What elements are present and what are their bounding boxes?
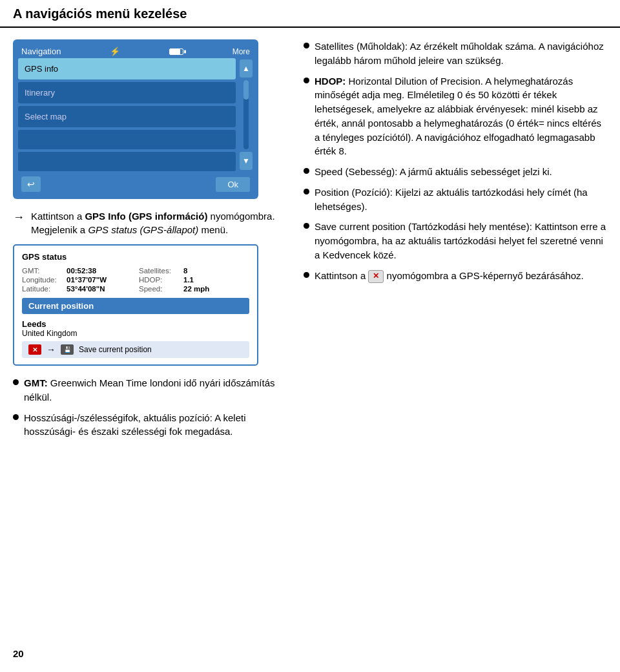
arrow-intro-block: → Kattintson a GPS Info (GPS információ)… <box>13 209 291 236</box>
nav-menu-item-selectmap[interactable]: Select map <box>18 106 236 127</box>
nav-device: Navigation ⚡ More GPS info Itinerary Sel… <box>13 39 258 199</box>
latitude-label: Latitude: <box>22 285 64 293</box>
hdop-bold: HDOP: <box>315 76 346 87</box>
left-column: Navigation ⚡ More GPS info Itinerary Sel… <box>13 39 291 445</box>
nav-menu-item-gps[interactable]: GPS info <box>18 58 236 79</box>
gmt-bold: GMT: <box>24 377 48 388</box>
longitude-label: Longitude: <box>22 276 64 284</box>
arrow-intro-line2: Megjelenik a GPS status (GPS-állapot) me… <box>31 223 275 236</box>
save-position-label: Save current position <box>79 345 152 354</box>
position-country: United Kingdom <box>22 329 249 338</box>
bullet-dot <box>304 168 309 174</box>
scroll-up-button[interactable]: ▲ <box>240 59 253 78</box>
save-arrow-icon: → <box>46 344 56 355</box>
battery-fill <box>170 49 180 54</box>
bullet-dot <box>304 189 309 194</box>
nav-back-button[interactable]: ↩ <box>21 176 41 192</box>
gps-info-bold: GPS Info (GPS információ) <box>85 211 207 222</box>
speed-label: Speed: <box>139 285 181 293</box>
gmt-value: 00:52:38 <box>67 267 96 275</box>
hdop-bullet-text: HDOP: Horizontal Dilution of Precision. … <box>315 74 607 159</box>
latitude-value: 53°44'08"N <box>67 285 105 293</box>
scroll-track <box>243 80 249 149</box>
page-number: 20 <box>13 648 24 659</box>
latitude-row: Latitude: 53°44'08"N <box>22 285 132 293</box>
list-item: Save current position (Tartózkodási hely… <box>304 220 607 262</box>
left-bullet-list: GMT: Greenwich Mean Time londoni idő nyá… <box>13 376 291 439</box>
save-current-bullet-text: Save current position (Tartózkodási hely… <box>315 220 607 262</box>
bullet-dot <box>304 223 309 229</box>
speed-row: Speed: 22 mph <box>139 285 249 293</box>
gps-status-italic: GPS status (GPS-állapot) <box>88 224 198 235</box>
save-disk-icon: 💾 <box>61 344 74 355</box>
nav-menu-item-empty2 <box>18 152 236 171</box>
list-item: Speed (Sebesség): A jármű aktuális sebes… <box>304 165 607 179</box>
satellites-label: Satellites: <box>139 267 181 275</box>
gmt-label: GMT: <box>22 267 64 275</box>
gps-status-title: GPS status <box>22 252 249 262</box>
nav-device-body: GPS info Itinerary Select map ▲ ▼ <box>18 58 253 171</box>
speed-bullet-text: Speed (Sebesség): A jármű aktuális sebes… <box>315 165 552 179</box>
nav-device-title: Navigation <box>21 47 61 56</box>
bullet-dot <box>13 414 19 420</box>
lightning-icon: ⚡ <box>110 47 120 56</box>
longitude-value: 01°37'07"W <box>67 276 107 284</box>
page-header: A navigációs menü kezelése <box>0 0 620 28</box>
hdop-row: HDOP: 1.1 <box>139 276 249 284</box>
gmt-row: GMT: 00:52:38 <box>22 267 132 275</box>
scroll-thumb <box>243 80 249 100</box>
position-city: Leeds <box>22 319 249 329</box>
list-item: Satellites (Műholdak): Az érzékelt műhol… <box>304 39 607 68</box>
list-item: Position (Pozíció): Kijelzi az aktuális … <box>304 185 607 214</box>
content-area: Navigation ⚡ More GPS info Itinerary Sel… <box>0 39 620 445</box>
list-item: GMT: Greenwich Mean Time londoni idő nyá… <box>13 376 291 404</box>
nav-scrollbar: ▲ ▼ <box>239 58 253 171</box>
nav-more-label: More <box>232 47 250 56</box>
gps-status-grid: GMT: 00:52:38 Satellites: 8 Longitude: 0… <box>22 267 249 293</box>
gmt-bullet-text: GMT: Greenwich Mean Time londoni idő nyá… <box>24 376 291 404</box>
bullet-dot <box>304 78 309 83</box>
right-column: Satellites (Műholdak): Az érzékelt műhol… <box>304 39 607 445</box>
nav-ok-button[interactable]: Ok <box>216 177 250 192</box>
current-position-bar: Current position <box>22 298 249 314</box>
list-item: HDOP: Horizontal Dilution of Precision. … <box>304 74 607 159</box>
nav-menu-item-itinerary[interactable]: Itinerary <box>18 82 236 103</box>
position-location: Leeds United Kingdom <box>22 319 249 338</box>
scroll-down-button[interactable]: ▼ <box>240 152 253 170</box>
bullet-dot <box>304 272 309 278</box>
satellites-value: 8 <box>183 267 187 275</box>
x-button[interactable]: ✕ <box>368 270 384 283</box>
arrow-symbol: → <box>13 211 25 224</box>
close-gps-bullet-text: Kattintson a ✕ nyomógombra a GPS-képerny… <box>315 269 584 283</box>
list-item: Hosszúsági-/szélességifok, aktuális pozí… <box>13 411 291 439</box>
bullet-dot <box>13 379 19 385</box>
right-bullet-list: Satellites (Műholdak): Az érzékelt műhol… <box>304 39 607 283</box>
satellites-row: Satellites: 8 <box>139 267 249 275</box>
lat-lon-bullet-text: Hosszúsági-/szélességifok, aktuális pozí… <box>24 411 291 439</box>
battery-icon <box>169 48 183 55</box>
position-bullet-text: Position (Pozíció): Kijelzi az aktuális … <box>315 185 607 214</box>
longitude-row: Longitude: 01°37'07"W <box>22 276 132 284</box>
save-position-button[interactable]: ✕ → 💾 Save current position <box>22 341 249 358</box>
nav-device-header: Navigation ⚡ More <box>18 45 253 58</box>
arrow-intro-text: Kattintson a GPS Info (GPS információ) n… <box>31 209 275 236</box>
satellites-bullet-text: Satellites (Műholdak): Az érzékelt műhol… <box>315 39 607 68</box>
cancel-icon: ✕ <box>28 344 41 355</box>
arrow-intro-line1: Kattintson a GPS Info (GPS információ) n… <box>31 209 275 223</box>
page-title: A navigációs menü kezelése <box>13 6 607 21</box>
nav-device-footer: ↩ Ok <box>18 174 253 194</box>
nav-menu-item-empty1 <box>18 130 236 149</box>
nav-menu: GPS info Itinerary Select map <box>18 58 236 171</box>
hdop-label: HDOP: <box>139 276 181 284</box>
list-item: Kattintson a ✕ nyomógombra a GPS-képerny… <box>304 269 607 283</box>
hdop-value: 1.1 <box>183 276 194 284</box>
gps-status-device: GPS status GMT: 00:52:38 Satellites: 8 L… <box>13 244 258 366</box>
speed-value: 22 mph <box>183 285 209 293</box>
bullet-dot <box>304 43 309 48</box>
